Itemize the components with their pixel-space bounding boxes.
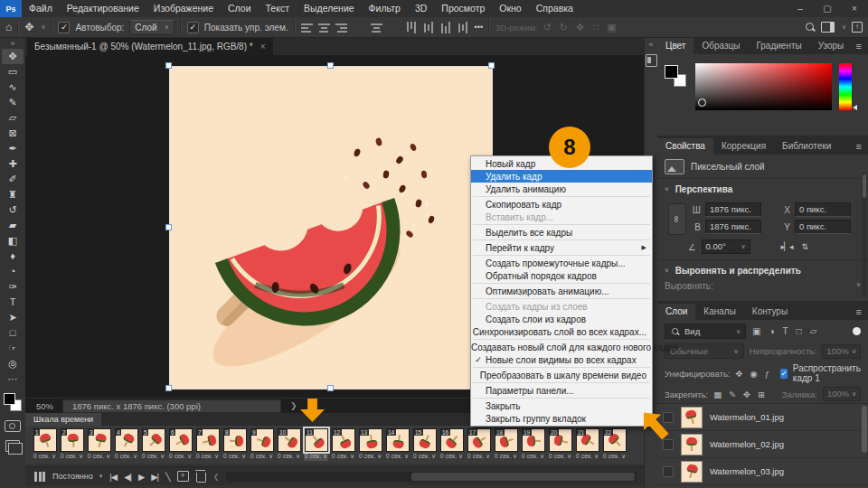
menu-item-close[interactable]: Закрыть: [471, 399, 652, 412]
timeline-frame-20[interactable]: 200 сек. ∨: [548, 428, 572, 461]
timeline-frame-15[interactable]: 150 сек. ∨: [412, 428, 437, 461]
align-center-icon[interactable]: [318, 23, 330, 33]
loop-dropdown[interactable]: Постоянно ▾: [52, 472, 102, 481]
show-transform-controls-checkbox[interactable]: ✓: [187, 22, 199, 33]
menu-filter[interactable]: Фильтр: [362, 0, 408, 17]
menu-item-convert-to-video-timeline[interactable]: Преобразовать в шкалу времени видео: [471, 369, 652, 381]
tab-properties[interactable]: Свойства: [657, 138, 713, 155]
timeline-frame-13[interactable]: 130 сек. ∨: [358, 428, 382, 461]
tab-libraries[interactable]: Библиотеки: [774, 138, 839, 155]
timeline-frame-21[interactable]: 210 сек. ∨: [575, 428, 599, 461]
lock-icon-1[interactable]: ▦: [713, 389, 722, 399]
layer-row[interactable]: Watermelon_03.jpg: [657, 458, 868, 485]
layer-row[interactable]: Watermelon_02.jpg: [657, 431, 868, 458]
menu-item-close-tab-group[interactable]: Закрыть группу вкладок: [471, 412, 652, 425]
flip-vertical-icon[interactable]: ⇅: [802, 242, 808, 251]
link-dimensions-icon[interactable]: ∞: [668, 203, 686, 235]
blur-tool[interactable]: ♦: [2, 249, 24, 264]
unify-icon-3[interactable]: ƒ: [765, 369, 769, 379]
frame-delay-10[interactable]: 0 сек. ∨: [278, 452, 300, 461]
distribute-center-icon[interactable]: [371, 23, 382, 33]
frame-delay-20[interactable]: 0 сек. ∨: [549, 452, 571, 461]
color-swatches-small[interactable]: [665, 65, 688, 89]
transform-handle[interactable]: [165, 224, 172, 230]
scroll-left-icon[interactable]: ❮: [213, 473, 220, 481]
menu-item-reverse-frames[interactable]: Обратный порядок кадров: [471, 269, 652, 282]
frame-delay-1[interactable]: 0 сек. ∨: [33, 452, 56, 461]
frame-delay-17[interactable]: 0 сек. ∨: [467, 452, 490, 461]
layer-filter-dropdown[interactable]: Вид ∨: [665, 324, 746, 339]
timeline-frame-12[interactable]: 120 сек. ∨: [331, 428, 355, 461]
status-chevron-icon[interactable]: ❯: [290, 401, 297, 410]
transform-handle[interactable]: [165, 385, 172, 391]
transform-handle[interactable]: [327, 385, 334, 391]
brush-tool[interactable]: ✐: [2, 172, 24, 187]
menu-help[interactable]: Справка: [529, 0, 580, 17]
timeline-frame-6[interactable]: 60 сек. ∨: [168, 428, 193, 461]
frame-delay-8[interactable]: 0 сек. ∨: [223, 452, 246, 461]
more-tools[interactable]: ⋯: [2, 371, 24, 387]
unify-icon-1[interactable]: ✥: [736, 369, 743, 379]
timeline-frame-11[interactable]: 110 сек. ∨: [304, 428, 328, 461]
home-icon[interactable]: ⌂: [5, 21, 12, 33]
lock-icon-2[interactable]: ✎: [729, 389, 736, 399]
quick-selection-tool[interactable]: ✎: [2, 95, 24, 110]
panel-menu-icon[interactable]: ≡: [856, 304, 862, 320]
timeline-frame-8[interactable]: 80 сек. ∨: [222, 428, 247, 461]
frame-delay-9[interactable]: 0 сек. ∨: [250, 452, 273, 461]
panel-menu-icon[interactable]: ≡: [856, 138, 862, 155]
move-tool-preset-icon[interactable]: ✥: [24, 21, 33, 33]
timeline-frame-1[interactable]: 10 сек. ∨: [33, 428, 57, 461]
menu-item-select-all-frames[interactable]: Выделить все кадры: [471, 226, 652, 239]
tab-layers[interactable]: Слои: [657, 304, 695, 320]
menu-image[interactable]: Изображение: [146, 0, 221, 17]
menu-view[interactable]: Просмотр: [434, 0, 492, 17]
timeline-frame-19[interactable]: 190 сек. ∨: [521, 428, 545, 461]
frame-delay-7[interactable]: 0 сек. ∨: [196, 452, 219, 461]
transform-handle[interactable]: [165, 62, 172, 69]
frame-delay-16[interactable]: 0 сек. ∨: [440, 452, 463, 461]
history-panel-icon[interactable]: [646, 54, 657, 67]
expand-panels-icon[interactable]: «: [648, 40, 653, 49]
foreground-color-swatch[interactable]: [4, 393, 15, 405]
document-tab[interactable]: Безымянный-1 @ 50% (Watermelon_11.jpg, R…: [27, 38, 273, 55]
previous-frame-button[interactable]: ◀|: [124, 472, 131, 482]
timeline-scrollbar[interactable]: [226, 472, 637, 482]
move-tool[interactable]: ✥: [2, 49, 24, 64]
frame-delay-13[interactable]: 0 сек. ∨: [359, 452, 382, 461]
watermelon-image[interactable]: [169, 66, 493, 389]
filter-toggle-icon[interactable]: [853, 327, 861, 335]
healing-brush-tool[interactable]: ✚: [2, 156, 24, 172]
timeline-frame-7[interactable]: 70 сек. ∨: [195, 428, 220, 461]
screen-mode-icon[interactable]: [5, 440, 20, 452]
first-frame-button[interactable]: |◀: [109, 472, 117, 482]
tab-channels[interactable]: Каналы: [695, 304, 744, 320]
flip-horizontal-icon[interactable]: ▸▏◂: [781, 242, 793, 251]
crop-tool[interactable]: ▱: [2, 110, 24, 126]
menu-item-go-to-frame[interactable]: Перейти к кадру▶: [471, 241, 652, 254]
color-picker-marker[interactable]: [698, 99, 706, 107]
menu-item-tween-frames[interactable]: Создать промежуточные кадры...: [471, 257, 652, 269]
layer-visibility-checkbox[interactable]: [663, 439, 674, 450]
timeline-frame-18[interactable]: 180 сек. ∨: [494, 428, 518, 461]
pen-tool[interactable]: ✑: [2, 279, 24, 295]
tab-color[interactable]: Цвет: [657, 38, 693, 54]
frame-delay-3[interactable]: 0 сек. ∨: [88, 452, 110, 461]
tab-paths[interactable]: Контуры: [744, 304, 796, 320]
menu-file[interactable]: Файл: [22, 0, 60, 17]
timeline-frame-3[interactable]: 30 сек. ∨: [87, 428, 111, 461]
frame-delay-11[interactable]: 0 сек. ∨: [305, 452, 327, 461]
play-button[interactable]: ▶: [138, 472, 144, 482]
timeline-frame-5[interactable]: 50 сек. ∨: [141, 428, 165, 461]
timeline-tab[interactable]: Шкала времени: [25, 413, 101, 426]
frame-delay-5[interactable]: 0 сек. ∨: [142, 452, 165, 461]
frame-delay-12[interactable]: 0 сек. ∨: [332, 452, 354, 461]
transform-handle[interactable]: [488, 62, 495, 69]
frame-delay-21[interactable]: 0 сек. ∨: [576, 452, 599, 461]
frame-delay-15[interactable]: 0 сек. ∨: [413, 452, 436, 461]
fill-field[interactable]: 100% ∨: [823, 387, 861, 401]
autoselect-dropdown[interactable]: Слой ∨: [129, 20, 174, 35]
timeline-frame-4[interactable]: 40 сек. ∨: [114, 428, 138, 461]
frame-delay-18[interactable]: 0 сек. ∨: [495, 452, 517, 461]
shape-tool[interactable]: □: [2, 325, 24, 341]
